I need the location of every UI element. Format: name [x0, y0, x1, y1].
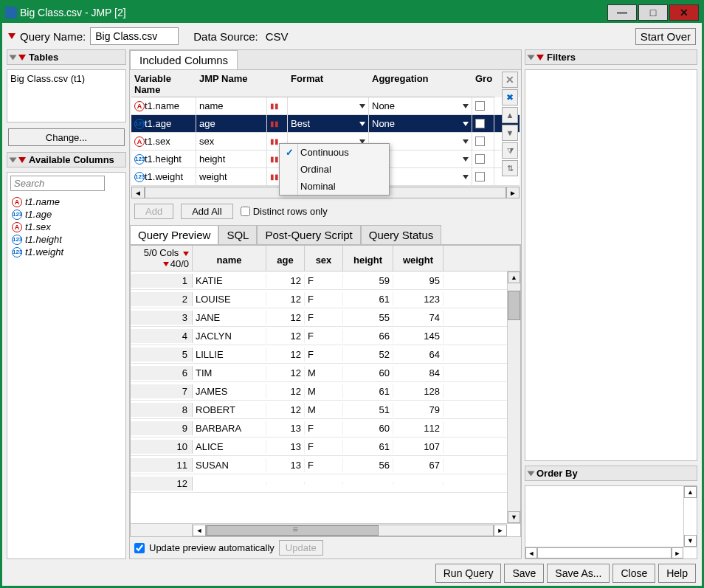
preview-header-height[interactable]: height — [343, 246, 393, 271]
preview-tab[interactable]: Query Status — [361, 225, 442, 244]
preview-row[interactable]: 2LOUISE12F61123 — [131, 290, 520, 308]
orderby-scroll-left[interactable]: ◄ — [525, 547, 537, 558]
preview-tab[interactable]: Post-Query Script — [257, 225, 360, 244]
add-button[interactable]: Add — [134, 204, 173, 219]
preview-header-age[interactable]: age — [266, 246, 305, 271]
collapse-icon[interactable] — [10, 157, 17, 162]
orderby-scroll-down[interactable]: ▼ — [684, 535, 697, 547]
format-dropdown[interactable] — [288, 97, 369, 114]
preview-scroll-down[interactable]: ▼ — [508, 511, 520, 523]
remove-all-button[interactable]: ✖︎ — [502, 89, 518, 106]
preview-tab[interactable]: Query Preview — [130, 225, 218, 244]
group-checkbox[interactable] — [475, 101, 485, 111]
start-over-button[interactable]: Start Over — [635, 28, 696, 45]
menu-item-continuous[interactable]: Continuous — [280, 144, 389, 161]
order-by-heading[interactable]: Order By — [525, 466, 697, 481]
available-column-item[interactable]: At1.sex — [12, 221, 121, 233]
preview-row[interactable]: 3JANE12F5574 — [131, 308, 520, 327]
preview-row[interactable]: 11SUSAN13F5667 — [131, 456, 520, 474]
included-column-row[interactable]: A t1.namename▮▮None — [131, 97, 520, 115]
order-by-panel[interactable]: ▲ ▼ ◄ ► — [525, 485, 697, 559]
available-column-item[interactable]: 123t1.height — [12, 233, 121, 246]
orderby-hscroll[interactable] — [537, 547, 672, 558]
table-item[interactable]: Big Class.csv (t1) — [10, 73, 122, 84]
group-checkbox[interactable] — [475, 154, 485, 164]
filter-button[interactable]: ⧩ — [502, 142, 518, 159]
save-as-button[interactable]: Save As... — [547, 564, 610, 583]
preview-scroll-right[interactable]: ► — [494, 525, 507, 536]
modeling-type-icon[interactable]: ▮▮ — [267, 97, 288, 114]
filters-menu-icon[interactable] — [536, 55, 544, 60]
cols-menu-icon[interactable] — [183, 252, 189, 256]
preview-row[interactable]: 12 — [131, 474, 520, 493]
filters-heading[interactable]: Filters — [525, 49, 697, 65]
preview-row[interactable]: 5LILLIE12F5264 — [131, 345, 520, 364]
orderby-scroll-right[interactable]: ► — [672, 547, 683, 558]
group-checkbox[interactable] — [475, 172, 485, 181]
aggregation-dropdown[interactable]: None — [369, 97, 472, 114]
minimize-button[interactable]: — — [607, 4, 637, 21]
preview-hscroll[interactable] — [206, 525, 494, 536]
close-button[interactable]: ✕ — [669, 4, 699, 21]
group-checkbox[interactable] — [475, 119, 485, 128]
maximize-button[interactable]: □ — [638, 4, 668, 21]
tab-included-columns[interactable]: Included Columns — [130, 50, 238, 69]
charcol-icon: A — [12, 197, 22, 207]
scroll-right-button[interactable]: ► — [506, 187, 520, 198]
preview-tab[interactable]: SQL — [218, 225, 257, 244]
preview-row[interactable]: 9BARBARA13F60112 — [131, 419, 520, 437]
modeling-type-icon[interactable]: ▮▮ — [267, 115, 288, 132]
close-dialog-button[interactable]: Close — [612, 564, 655, 583]
avail-menu-icon[interactable] — [18, 157, 26, 163]
update-button[interactable]: Update — [279, 540, 323, 556]
preview-header-weight[interactable]: weight — [393, 246, 444, 271]
group-checkbox[interactable] — [475, 136, 485, 146]
run-query-button[interactable]: Run Query — [435, 564, 502, 583]
change-button[interactable]: Change... — [8, 128, 125, 146]
tables-menu-icon[interactable] — [18, 55, 26, 60]
remove-column-button[interactable]: ✕ — [502, 72, 518, 88]
preview-header-name[interactable]: name — [193, 246, 266, 271]
preview-vscroll-thumb[interactable] — [508, 291, 520, 320]
tables-heading[interactable]: Tables — [7, 49, 126, 65]
orderby-scroll-up[interactable]: ▲ — [684, 486, 697, 498]
available-column-item[interactable]: 123t1.age — [12, 208, 121, 221]
sort-button[interactable]: ⇅ — [502, 160, 518, 176]
available-column-item[interactable]: At1.name — [12, 196, 121, 208]
preview-row[interactable]: 8ROBERT12M5179 — [131, 401, 520, 419]
preview-hscroll-thumb[interactable] — [207, 525, 379, 536]
collapse-icon[interactable] — [10, 55, 17, 60]
menu-item-nominal[interactable]: Nominal — [280, 178, 389, 195]
preview-row[interactable]: 4JACLYN12F66145 — [131, 327, 520, 345]
collapse-icon[interactable] — [528, 471, 535, 476]
search-input[interactable] — [10, 176, 105, 191]
included-column-row[interactable]: 123 t1.ageage▮▮BestNone — [131, 115, 520, 133]
update-auto-checkbox[interactable] — [134, 543, 145, 553]
scroll-left-button[interactable]: ◄ — [131, 187, 145, 198]
format-dropdown[interactable]: Best — [288, 115, 369, 132]
preview-scroll-up[interactable]: ▲ — [508, 271, 520, 283]
save-button[interactable]: Save — [504, 564, 544, 583]
preview-row[interactable]: 6TIM12M6084 — [131, 364, 520, 382]
move-down-button[interactable]: ▼ — [502, 125, 518, 141]
preview-header-sex[interactable]: sex — [305, 246, 343, 271]
modeling-type-menu[interactable]: ContinuousOrdinalNominal — [279, 143, 390, 196]
collapse-icon[interactable] — [528, 55, 535, 60]
preview-row[interactable]: 1KATIE12F5995 — [131, 271, 520, 290]
query-menu-icon[interactable] — [8, 33, 15, 39]
filters-panel[interactable] — [525, 69, 697, 461]
preview-row[interactable]: 7JAMES12M61128 — [131, 382, 520, 401]
rows-menu-icon[interactable] — [163, 262, 169, 266]
preview-row[interactable]: 10ALICE13F61107 — [131, 437, 520, 456]
move-up-button[interactable]: ▲ — [502, 107, 518, 123]
menu-item-ordinal[interactable]: Ordinal — [280, 161, 389, 178]
distinct-rows-checkbox[interactable]: Distinct rows only — [241, 206, 328, 217]
aggregation-dropdown[interactable]: None — [369, 115, 472, 132]
add-all-button[interactable]: Add All — [181, 204, 232, 219]
preview-scroll-left[interactable]: ◄ — [193, 525, 206, 536]
available-columns-heading[interactable]: Available Columns — [7, 152, 126, 167]
query-name-input[interactable] — [90, 27, 179, 45]
tables-list[interactable]: Big Class.csv (t1) — [7, 69, 126, 122]
available-column-item[interactable]: 123t1.weight — [12, 246, 121, 258]
help-button[interactable]: Help — [658, 564, 696, 583]
